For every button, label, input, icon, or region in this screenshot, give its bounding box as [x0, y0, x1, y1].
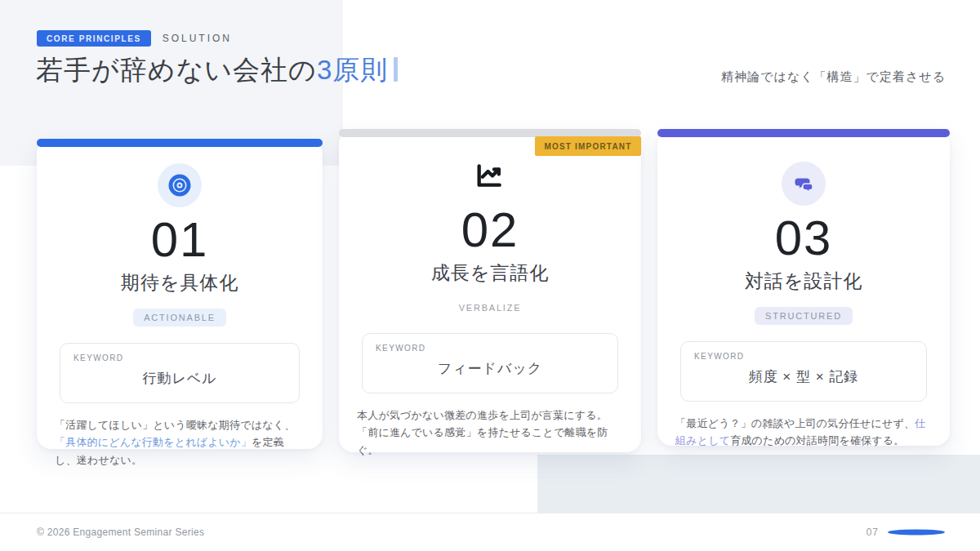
header-subtitle: 精神論ではなく「構造」で定着させる — [721, 69, 946, 85]
target-icon — [158, 163, 202, 207]
card-3-accent-bar — [657, 129, 950, 137]
card-1-keyword-box: KEYWORD 行動レベル — [60, 343, 300, 403]
card-3-number: 03 — [657, 212, 950, 264]
card-3-title: 対話を設計化 — [657, 269, 950, 294]
page-title-main: 若手が辞めない会社の — [36, 55, 317, 85]
title-cursor-bar — [394, 57, 398, 82]
card-2-keyword-box: KEYWORD フィードバック — [362, 333, 618, 393]
most-important-ribbon: MOST IMPORTANT — [535, 136, 641, 156]
card-2-tag: VERBALIZE — [459, 299, 522, 317]
footer: © 2026 Engagement Seminar Series 07 — [0, 513, 980, 551]
chart-line-icon — [468, 153, 512, 198]
principle-card-3: 03 対話を設計化 STRUCTURED KEYWORD 頻度 × 型 × 記録… — [657, 129, 950, 446]
kicker-label: SOLUTION — [163, 33, 232, 44]
card-3-tag: STRUCTURED — [755, 307, 853, 325]
copyright-text: © 2026 Engagement Seminar Series — [37, 527, 204, 538]
card-3-keyword-box: KEYWORD 頻度 × 型 × 記録 — [680, 341, 927, 402]
principle-card-1: 01 期待を具体化 ACTIONABLE KEYWORD 行動レベル 「活躍して… — [37, 139, 323, 449]
card-1-tag: ACTIONABLE — [133, 309, 226, 327]
slide: CORE PRINCIPLES SOLUTION 若手が辞めない会社の3原則 精… — [0, 0, 980, 551]
principle-card-2: MOST IMPORTANT 02 成長を言語化 VERBALIZE KEYWO… — [339, 129, 641, 452]
page-number: 07 — [866, 527, 879, 538]
header-kicker-row: CORE PRINCIPLES SOLUTION — [37, 30, 232, 47]
page-title: 若手が辞めない会社の3原則 — [36, 52, 398, 89]
keyword-label: KEYWORD — [74, 353, 286, 362]
card-2-description: 本人が気づかない微差の進歩を上司が言葉にする。「前に進んでいる感覚」を持たせるこ… — [357, 407, 623, 459]
background-bluegray-block — [537, 455, 980, 513]
card-2-number: 02 — [339, 204, 641, 256]
page-title-accent: 3原則 — [317, 55, 388, 85]
card-1-accent-bar — [37, 139, 323, 147]
card-1-description-highlight: 「具体的にどんな行動をとればよいか」 — [55, 436, 252, 448]
card-2-title: 成長を言語化 — [339, 260, 641, 286]
card-3-keyword: 頻度 × 型 × 記録 — [694, 367, 913, 386]
keyword-label: KEYWORD — [376, 344, 604, 353]
card-1-number: 01 — [37, 214, 323, 265]
card-1-title: 期待を具体化 — [37, 270, 323, 295]
card-3-description: 「最近どう？」の雑談や上司の気分任せにせず、仕組みとして育成のための対話時間を確… — [675, 415, 932, 450]
chat-bubbles-icon — [782, 162, 826, 206]
card-2-keyword: フィードバック — [376, 359, 604, 378]
core-principles-badge: CORE PRINCIPLES — [37, 30, 151, 47]
page-indicator: 07 — [866, 527, 946, 538]
card-1-keyword: 行動レベル — [74, 369, 286, 388]
keyword-label: KEYWORD — [694, 352, 913, 361]
footer-accent-line-icon — [887, 528, 946, 536]
card-1-description: 「活躍してほしい」という曖昧な期待ではなく、「具体的にどんな行動をとればよいか」… — [55, 416, 305, 469]
